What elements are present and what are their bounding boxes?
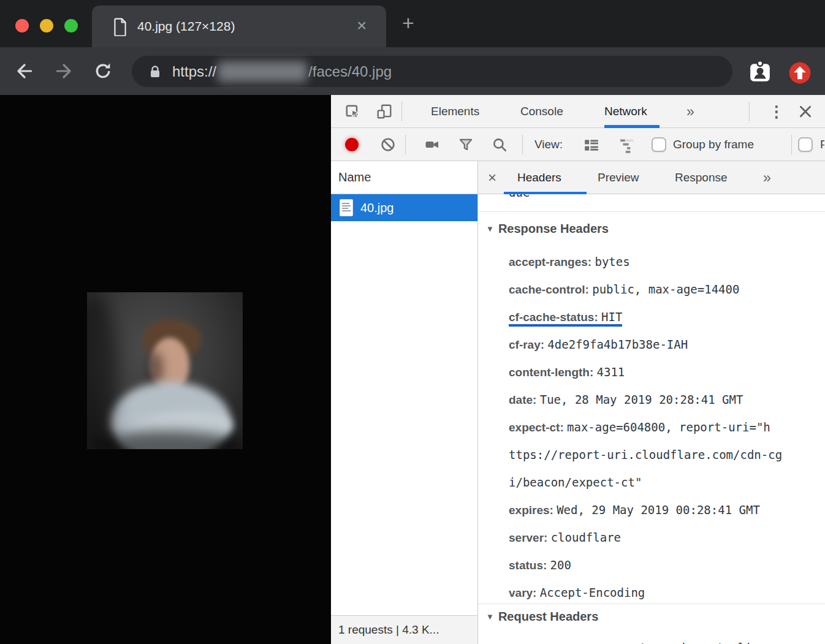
request-row-selected[interactable]: 40.jpg bbox=[331, 194, 477, 221]
response-headers-list: accept-ranges: bytescache-control: publi… bbox=[509, 248, 823, 607]
name-column-label: Name bbox=[338, 170, 371, 184]
header-name: vary: bbox=[509, 586, 536, 599]
request-name: 40.jpg bbox=[360, 194, 394, 221]
close-details-icon[interactable]: × bbox=[488, 161, 496, 194]
close-devtools-icon[interactable] bbox=[798, 104, 813, 119]
preserve-log-checkbox[interactable] bbox=[798, 137, 813, 152]
section-divider bbox=[478, 211, 825, 212]
group-by-frame-label[interactable]: Group by frame bbox=[673, 128, 754, 161]
header-name: cache-control: bbox=[509, 283, 589, 296]
request-details-panel: × Headers Preview Response » due ▼Respon… bbox=[478, 161, 825, 644]
page-viewport bbox=[0, 95, 331, 644]
requests-summary-bar: 1 requests | 4.3 K... bbox=[331, 615, 477, 644]
tab-network[interactable]: Network bbox=[604, 95, 647, 128]
separator bbox=[405, 135, 406, 154]
tab-close-icon[interactable]: × bbox=[357, 6, 367, 47]
search-icon[interactable] bbox=[492, 137, 508, 153]
header-row: date: Tue, 28 May 2019 20:28:41 GMT bbox=[509, 386, 823, 414]
devtools-tabbar: Elements Console Network » ⋮ bbox=[331, 95, 825, 128]
separator bbox=[791, 135, 792, 154]
clipped-request-header-row: :authority: serve-assets-workers-toolin bbox=[509, 638, 823, 644]
header-value: Tue, 28 May 2019 20:28:41 GMT bbox=[540, 393, 743, 406]
forward-icon[interactable] bbox=[54, 61, 74, 81]
header-row: accept-ranges: bytes bbox=[509, 248, 823, 276]
response-headers-section-title[interactable]: ▼Response Headers bbox=[486, 222, 609, 236]
filter-icon[interactable] bbox=[458, 137, 474, 153]
more-detail-tabs-icon[interactable]: » bbox=[763, 161, 771, 194]
file-icon bbox=[340, 199, 353, 216]
header-name: content-length: bbox=[509, 366, 593, 379]
lock-icon[interactable] bbox=[148, 64, 162, 80]
header-row: cf-ray: 4de2f9fa4b17b38e-IAH bbox=[509, 331, 823, 358]
window-close-button[interactable] bbox=[15, 19, 29, 32]
window-zoom-button[interactable] bbox=[64, 19, 78, 32]
header-value: cloudflare bbox=[551, 531, 621, 544]
header-name: status: bbox=[509, 559, 547, 572]
clear-icon[interactable] bbox=[380, 137, 396, 153]
header-value: HIT bbox=[601, 310, 622, 324]
section-divider bbox=[478, 604, 825, 604]
titlebar: 40.jpg (127×128) × + bbox=[0, 0, 825, 47]
browser-toolbar: https:// /faces/40.jpg bbox=[0, 47, 825, 95]
tab-elements[interactable]: Elements bbox=[431, 95, 479, 128]
device-toolbar-icon[interactable] bbox=[376, 104, 392, 119]
page-favicon-icon bbox=[112, 18, 128, 36]
name-column-header[interactable]: Name bbox=[331, 161, 477, 194]
inspect-element-icon[interactable] bbox=[344, 104, 360, 119]
header-name: date: bbox=[509, 393, 536, 406]
kebab-menu-icon[interactable]: ⋮ bbox=[769, 95, 785, 128]
header-row: vary: Accept-Encoding bbox=[509, 579, 823, 607]
header-value: 4de2f9fa4b17b38e-IAH bbox=[547, 338, 688, 351]
tab-preview[interactable]: Preview bbox=[598, 161, 639, 194]
header-row: server: cloudflare bbox=[509, 524, 823, 551]
header-value: 200 bbox=[550, 558, 571, 572]
tab-title: 40.jpg (127×128) bbox=[137, 6, 235, 47]
header-name: server: bbox=[509, 531, 547, 544]
header-value: ttps://report-uri.cloudflare.com/cdn-cg bbox=[509, 448, 782, 461]
record-button[interactable] bbox=[345, 138, 359, 151]
header-value: i/beacon/expect-ct" bbox=[509, 475, 642, 489]
address-bar[interactable]: https:// /faces/40.jpg bbox=[132, 56, 732, 87]
scrolled-text-fragment: due bbox=[509, 194, 631, 200]
tab-headers[interactable]: Headers bbox=[517, 161, 561, 194]
window-minimize-button[interactable] bbox=[40, 19, 53, 32]
reload-icon[interactable] bbox=[93, 61, 113, 81]
tab-response[interactable]: Response bbox=[675, 161, 728, 194]
header-row: content-length: 4311 bbox=[509, 358, 823, 386]
header-name: expect-ct: bbox=[509, 421, 564, 434]
header-value: bytes bbox=[595, 255, 629, 268]
browser-tab[interactable]: 40.jpg (127×128) × bbox=[92, 6, 386, 47]
view-label: View: bbox=[534, 128, 563, 161]
request-headers-section-title[interactable]: ▼Request Headers bbox=[486, 610, 598, 624]
large-request-rows-icon[interactable] bbox=[584, 137, 599, 153]
clipped-checkbox-label: P bbox=[820, 128, 824, 161]
header-name: accept-ranges: bbox=[509, 256, 591, 268]
header-row: cache-control: public, max-age=14400 bbox=[509, 276, 823, 303]
group-by-frame-checkbox[interactable] bbox=[652, 137, 666, 152]
header-row: expires: Wed, 29 May 2019 00:28:41 GMT bbox=[509, 496, 823, 524]
network-toolbar: View: Group by frame P bbox=[331, 128, 825, 161]
url-domain-redacted bbox=[218, 61, 307, 82]
header-row: expect-ct: max-age=604800, report-uri="h… bbox=[509, 414, 823, 496]
more-tabs-icon[interactable]: » bbox=[686, 95, 694, 128]
header-name: expires: bbox=[509, 504, 553, 517]
header-row: cf-cache-status: HIT bbox=[509, 303, 823, 331]
url-path: /faces/40.jpg bbox=[308, 63, 392, 80]
separator bbox=[749, 102, 750, 121]
new-tab-button[interactable]: + bbox=[402, 0, 414, 47]
back-icon[interactable] bbox=[15, 61, 34, 81]
header-name: cf-cache-status: bbox=[509, 311, 598, 324]
header-value: public, max-age=14400 bbox=[592, 282, 739, 296]
tab-console[interactable]: Console bbox=[520, 95, 563, 128]
header-value: Accept-Encoding bbox=[540, 586, 645, 599]
header-value: Wed, 29 May 2019 00:28:41 GMT bbox=[557, 503, 760, 517]
profile-icon[interactable] bbox=[748, 58, 772, 85]
show-overview-icon[interactable] bbox=[619, 137, 635, 153]
url-scheme: https:// bbox=[172, 63, 216, 80]
extension-update-icon[interactable] bbox=[788, 61, 812, 85]
header-name: cf-ray: bbox=[509, 338, 544, 351]
capture-screenshots-icon[interactable] bbox=[423, 137, 441, 152]
disclosure-triangle-icon: ▼ bbox=[486, 224, 494, 233]
header-value: max-age=604800, report-uri="h bbox=[567, 420, 770, 434]
disclosure-triangle-icon: ▼ bbox=[486, 612, 494, 621]
